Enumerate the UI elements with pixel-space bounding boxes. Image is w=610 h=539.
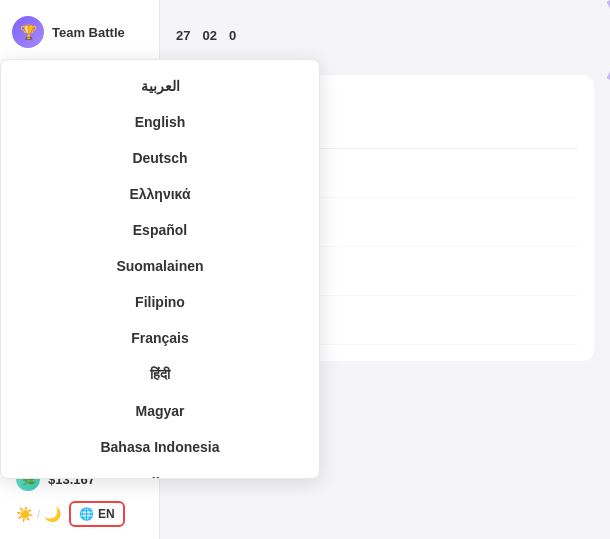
lang-label: EN [98,507,115,521]
lang-option-finnish[interactable]: Suomalainen [1,248,319,284]
sidebar: 🏆 Team Battle Teams & Pr [0,0,160,539]
lang-option-french[interactable]: Français [1,320,319,356]
lang-option-hungarian[interactable]: Magyar [1,393,319,429]
lang-option-english[interactable]: English [1,104,319,140]
chart-arc [530,0,610,80]
lang-option-filipino[interactable]: Filipino [1,284,319,320]
date-02: 02 [202,28,216,43]
lang-option-spanish[interactable]: Español [1,212,319,248]
sun-icon: ☀️ [16,506,33,522]
lang-option-hindi[interactable]: हिंदी [1,356,319,393]
lang-option-arabic[interactable]: العربية [1,68,319,104]
language-dropdown: العربية English Deutsch Ελληνικά Español… [0,59,320,479]
date-27: 27 [176,28,190,43]
logo-icon: 🏆 [12,16,44,48]
globe-icon: 🌐 [79,507,94,521]
logo-text: Team Battle [52,25,125,40]
language-dropdown-list: العربية English Deutsch Ελληνικά Español… [1,60,319,479]
lang-option-deutsch[interactable]: Deutsch [1,140,319,176]
theme-lang-row: ☀️ / 🌙 🌐 EN [16,501,143,527]
theme-toggle[interactable]: ☀️ / 🌙 [16,506,61,522]
lang-option-indonesian[interactable]: Bahasa Indonesia [1,429,319,465]
chart-arc-container [530,0,610,80]
logo: 🏆 Team Battle [12,10,147,54]
date-0: 0 [229,28,236,43]
lang-option-greek[interactable]: Ελληνικά [1,176,319,212]
lang-option-italian[interactable]: Italiano [1,465,319,479]
language-button[interactable]: 🌐 EN [69,501,125,527]
sidebar-header: 🏆 Team Battle [0,0,159,65]
moon-icon: 🌙 [44,506,61,522]
